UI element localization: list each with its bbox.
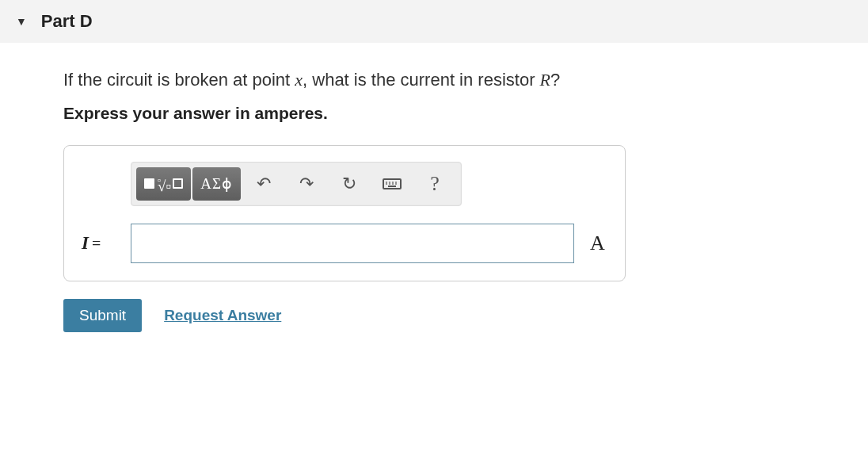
redo-button[interactable]: ↷	[285, 167, 328, 201]
q-suffix: ?	[550, 70, 560, 90]
q-mid: , what is the current in resistor	[303, 70, 540, 90]
box-outline-icon	[173, 178, 183, 189]
keyboard-button[interactable]	[371, 167, 413, 201]
part-header[interactable]: ▼ Part D	[0, 0, 868, 43]
q-var-R: R	[540, 70, 550, 90]
content-area: If the circuit is broken at point x, wha…	[0, 43, 868, 356]
reset-icon: ↻	[342, 174, 356, 194]
q-prefix: If the circuit is broken at point	[63, 70, 295, 90]
undo-icon: ↶	[257, 174, 271, 194]
template-picker-button[interactable]: ▫ √▫	[136, 167, 191, 201]
var-I: I	[82, 233, 89, 254]
help-icon: ?	[430, 172, 440, 196]
answer-input-row: I = A	[82, 224, 607, 263]
undo-button[interactable]: ↶	[242, 167, 285, 201]
submit-button[interactable]: Submit	[63, 299, 142, 332]
unit-label: A	[590, 232, 605, 255]
request-answer-link[interactable]: Request Answer	[164, 307, 281, 324]
equals-sign: =	[92, 235, 101, 253]
variable-label: I =	[82, 233, 120, 254]
square-icon	[144, 178, 154, 189]
instruction-text: Express your answer in amperes.	[63, 104, 805, 123]
question-text: If the circuit is broken at point x, wha…	[63, 68, 805, 93]
keyboard-icon	[383, 178, 402, 189]
formula-toolbar: ▫ √▫ ΑΣϕ ↶ ↷ ↻ ?	[131, 162, 462, 206]
radical-icon: √▫	[158, 182, 171, 190]
answer-input[interactable]	[131, 224, 574, 263]
action-row: Submit Request Answer	[63, 299, 805, 332]
greek-symbols-button[interactable]: ΑΣϕ	[192, 167, 241, 201]
caret-down-icon: ▼	[16, 15, 27, 28]
reset-button[interactable]: ↻	[328, 167, 371, 201]
answer-panel: ▫ √▫ ΑΣϕ ↶ ↷ ↻ ?	[63, 145, 626, 281]
redo-icon: ↷	[299, 174, 314, 194]
part-title: Part D	[41, 11, 93, 32]
help-button[interactable]: ?	[413, 167, 456, 201]
greek-label: ΑΣϕ	[200, 174, 233, 193]
q-var-x: x	[295, 70, 303, 90]
